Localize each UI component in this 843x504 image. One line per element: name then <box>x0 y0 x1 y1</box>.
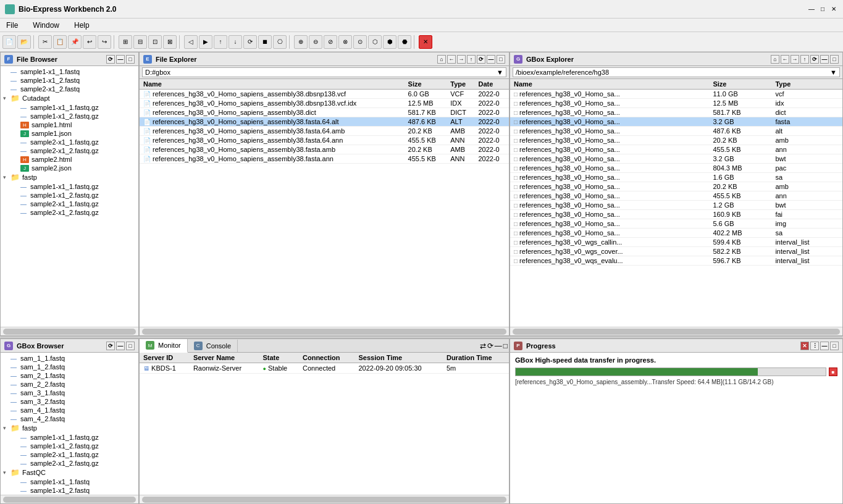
table-row[interactable]: □ references_hg38_v0_Homo_sa... 581.7 KB… <box>510 108 842 117</box>
table-row[interactable]: □ references_hg38_v0_wgs_callin... 599.4… <box>510 238 842 247</box>
table-row[interactable]: □ references_hg38_v0_Homo_sa... 160.9 KB… <box>510 210 842 219</box>
tree-item[interactable]: —sample2-x1_2.fastq <box>1 85 138 93</box>
mon-col-state[interactable]: State <box>259 353 300 363</box>
mon-col-serverid[interactable]: Server ID <box>140 353 190 363</box>
toolbar-t7[interactable]: ⬢ <box>383 35 396 49</box>
ge-col-name[interactable]: Name <box>510 79 709 90</box>
menu-window[interactable]: Window <box>29 20 63 31</box>
mon-col-connection[interactable]: Connection <box>299 353 354 363</box>
fe-scrollbar-h[interactable] <box>140 327 509 335</box>
table-row[interactable]: □ references_hg38_v0_wgs_cover... 582.2 … <box>510 247 842 256</box>
table-row[interactable]: □ references_hg38_v0_Homo_sa... 487.6 KB… <box>510 127 842 136</box>
tree-item[interactable]: —sample2-x1_1.fastq.gz <box>1 200 138 208</box>
tree-item[interactable]: —sample1-x1_1.fastq.gz <box>1 103 138 112</box>
tree-item[interactable]: —sample1-x1_2.fastq <box>1 76 138 85</box>
toolbar-b3[interactable]: ⊡ <box>148 35 162 49</box>
fb-scrollbar-h[interactable] <box>1 327 138 335</box>
ge-col-size[interactable]: Size <box>709 79 771 90</box>
toolbar-t4[interactable]: ⊗ <box>338 35 352 49</box>
tab-monitor[interactable]: M Monitor <box>140 339 188 353</box>
table-row[interactable]: 📄 references_hg38_v0_Homo_sapiens_assemb… <box>140 154 509 164</box>
ge-forward[interactable]: → <box>791 55 799 64</box>
table-row[interactable]: □ references_hg38_v0_Homo_sa... 1.6 GB s… <box>510 173 842 182</box>
fe-scrollbar-thumb[interactable] <box>142 329 506 335</box>
tree-item[interactable]: —sam_2_2.fastq <box>1 380 138 388</box>
progress-stop-btn[interactable]: ■ <box>829 368 837 376</box>
toolbar-b1[interactable]: ⊞ <box>119 35 132 49</box>
tree-item[interactable]: —sample2-x1_1.fastq.gz <box>1 450 138 459</box>
toolbar-new[interactable]: 📄 <box>2 35 16 49</box>
mon-refresh[interactable]: ⟳ <box>487 342 493 350</box>
toolbar-r7[interactable]: ⎔ <box>273 35 287 49</box>
mon-link[interactable]: ⇄ <box>480 342 486 350</box>
table-row[interactable]: □ references_hg38_v0_Homo_sa... 5.6 GB i… <box>510 219 842 229</box>
fe-back[interactable]: ← <box>447 55 456 64</box>
toolbar-r2[interactable]: ▶ <box>199 35 212 49</box>
menu-file[interactable]: File <box>2 20 22 31</box>
table-row[interactable]: □ references_hg38_v0_Homo_sa... 1.2 GB b… <box>510 201 842 210</box>
tree-item[interactable]: —sam_3_2.fastq <box>1 397 138 406</box>
tree-item[interactable]: —sam_2_1.fastq <box>1 371 138 380</box>
gb-maximize[interactable]: □ <box>126 342 135 350</box>
table-row[interactable]: □ references_hg38_v0_Homo_sa... 20.2 KB … <box>510 182 842 191</box>
ge-maximize[interactable]: □ <box>830 55 839 64</box>
tree-item[interactable]: ▾📁FastQC <box>1 468 138 477</box>
toolbar-t6[interactable]: ⬡ <box>368 35 382 49</box>
toolbar-undo[interactable]: ↩ <box>83 35 96 49</box>
toolbar-r5[interactable]: ⟳ <box>243 35 257 49</box>
table-row[interactable]: 📄 references_hg38_v0_Homo_sapiens_assemb… <box>140 117 509 127</box>
tree-item[interactable]: —sam_4_2.fastq <box>1 414 138 423</box>
table-row[interactable]: □ references_hg38_v0_Homo_sa... 3.2 GB f… <box>510 117 842 127</box>
tree-item[interactable]: —sample2-x1_2.fastq.gz <box>1 146 138 155</box>
gb-refresh[interactable]: ⟳ <box>106 342 115 350</box>
table-row[interactable]: 📄 references_hg38_v0_Homo_sapiens_assemb… <box>140 99 509 108</box>
fe-col-type[interactable]: Type <box>447 79 474 90</box>
toolbar-r1[interactable]: ◁ <box>184 35 198 49</box>
maximize-button[interactable]: □ <box>818 5 827 14</box>
tree-item[interactable]: —sample2-x1_2.fastq.gz <box>1 208 138 217</box>
fe-col-name[interactable]: Name <box>140 79 405 90</box>
tree-item[interactable]: —sam_3_1.fastq <box>1 388 138 397</box>
fe-maximize[interactable]: □ <box>497 55 505 64</box>
fb-refresh[interactable]: ⟳ <box>106 55 115 64</box>
tree-item[interactable]: Jsample1.json <box>1 129 138 138</box>
toolbar-t8[interactable]: ⬣ <box>398 35 411 49</box>
toolbar-t3[interactable]: ⊘ <box>324 35 337 49</box>
prog-stop[interactable]: ✕ <box>800 342 809 350</box>
toolbar-paste[interactable]: 📌 <box>68 35 82 49</box>
mon-scrollbar-h[interactable] <box>140 495 509 503</box>
ge-refresh[interactable]: ⟳ <box>810 55 819 64</box>
tree-item[interactable]: —sample1-x1_2.fastq.gz <box>1 191 138 200</box>
fe-forward[interactable]: → <box>457 55 466 64</box>
toolbar-r3[interactable]: ↑ <box>214 35 227 49</box>
tree-item[interactable]: —sample2-x1_2.fastq.gz <box>1 459 138 468</box>
toolbar-stop[interactable]: ✕ <box>419 35 432 49</box>
ge-back[interactable]: ← <box>781 55 789 64</box>
table-row[interactable]: □ references_hg38_v0_Homo_sa... 455.5 KB… <box>510 191 842 201</box>
tree-item[interactable]: —sample1-x1_1.fastq <box>1 477 138 486</box>
menu-help[interactable]: Help <box>70 20 93 31</box>
toolbar-t2[interactable]: ⊖ <box>309 35 322 49</box>
toolbar-r4[interactable]: ↓ <box>229 35 242 49</box>
toolbar-redo[interactable]: ↪ <box>98 35 111 49</box>
tree-item[interactable]: Hsample2.html <box>1 155 138 164</box>
mon-minimize[interactable]: — <box>495 342 502 350</box>
table-row[interactable]: 📄 references_hg38_v0_Homo_sapiens_assemb… <box>140 108 509 117</box>
mon-scrollbar-thumb[interactable] <box>142 497 506 503</box>
table-row[interactable]: □ references_hg38_v0_Homo_sa... 20.2 KB … <box>510 136 842 145</box>
minimize-button[interactable]: — <box>807 5 816 14</box>
close-button[interactable]: ✕ <box>829 5 838 14</box>
toolbar-t5[interactable]: ⊙ <box>353 35 367 49</box>
toolbar-t1[interactable]: ⊕ <box>294 35 308 49</box>
toolbar-r6[interactable]: ⏹ <box>258 35 272 49</box>
table-row[interactable]: 📄 references_hg38_v0_Homo_sapiens_assemb… <box>140 127 509 136</box>
table-row[interactable]: □ references_hg38_v0_Homo_sa... 455.5 KB… <box>510 145 842 154</box>
table-row[interactable]: □ references_hg38_v0_Homo_sa... 804.3 MB… <box>510 164 842 173</box>
fe-minimize[interactable]: — <box>487 55 495 64</box>
toolbar-b4[interactable]: ⊠ <box>163 35 177 49</box>
tree-item[interactable]: Hsample1.html <box>1 120 138 129</box>
prog-details[interactable]: ⋮ <box>810 342 819 350</box>
mon-maximize[interactable]: □ <box>503 342 508 350</box>
tree-item[interactable]: —sample1-x1_2.fastq.gz <box>1 112 138 120</box>
table-row[interactable]: 📄 references_hg38_v0_Homo_sapiens_assemb… <box>140 136 509 145</box>
